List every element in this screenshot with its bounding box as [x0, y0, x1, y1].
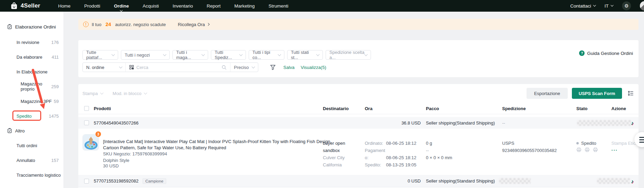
gear-icon[interactable]: ⚙	[622, 1, 631, 10]
more-actions[interactable]: ...	[611, 146, 618, 152]
search-group: N. ordine	[82, 62, 258, 72]
sidebar-item-in-revisione[interactable]: In revisione 176	[0, 39, 64, 46]
filter-shipping[interactable]: Tutti Spediz...	[211, 50, 246, 60]
language-menu[interactable]: IT	[605, 3, 613, 9]
sidebar-item-magazzino-3pf[interactable]: Magazzino 3PF 59	[0, 98, 64, 105]
chevron-down-icon	[163, 52, 167, 56]
sidebar-item-magazzino-proprio[interactable]: Magazzino proprio 259	[0, 83, 64, 90]
sidebar-item-tracciamento-logistico[interactable]: Tracciamento logistico	[0, 172, 64, 178]
nav-prodotti[interactable]: Prodotti	[84, 1, 100, 11]
tracking-placeholder: --	[502, 117, 505, 129]
print-dropdown[interactable]: Stampa	[82, 91, 103, 96]
product-variant: Dolphin Style	[103, 158, 129, 163]
sidebar-item-label: Da elaborare	[16, 55, 42, 60]
header-azione: Azione	[611, 103, 626, 114]
printer-icon[interactable]	[576, 147, 581, 152]
reconnect-link[interactable]: Ricollega Ora	[178, 22, 209, 27]
sidebar-item-in-elaborazione[interactable]: In Elaborazione	[0, 68, 64, 75]
4seller-bag-icon	[10, 2, 18, 10]
recipient-name: buyer open sandbox	[323, 140, 359, 154]
advanced-filter-icon[interactable]	[270, 64, 276, 70]
ordered-time: Ordinato: 08-06-25 18:12	[365, 140, 427, 147]
filter-label: Tutti stati st...	[291, 50, 317, 60]
filter-types[interactable]: Tutti i tipi co...	[249, 50, 284, 60]
scan-grid-icon[interactable]	[129, 65, 134, 70]
sidebar-item-count: 1475	[49, 114, 59, 119]
contact-menu[interactable]: Contattaci	[570, 3, 596, 9]
select-all-checkbox[interactable]	[84, 106, 89, 111]
sidebar-item-label: Magazzino proprio	[21, 81, 51, 92]
view-saved-button[interactable]: Visualizza(5)	[301, 65, 326, 70]
save-filter-button[interactable]: Salva	[283, 65, 295, 70]
chevron-down-icon	[252, 65, 255, 68]
avatar[interactable]	[640, 1, 644, 11]
filter-platforms[interactable]: Tutte piattaf...	[82, 50, 118, 60]
printer-icon[interactable]	[593, 147, 598, 152]
chevron-down-icon	[593, 4, 596, 7]
sidebar-item-label: Spedito	[16, 114, 32, 119]
bulk-edit-dropdown[interactable]: Mod. in blocco	[113, 91, 147, 96]
order-number: 577071553198592082	[94, 178, 138, 184]
table-toolbar: Stampa Mod. in blocco Esportazione USPS …	[82, 87, 634, 99]
sidebar: Elaborazione Ordini In revisione 176 Da …	[0, 12, 64, 188]
filter-warehouses[interactable]: Tutti i maga...	[172, 50, 208, 60]
sidebar-item-tutti-ordini[interactable]: Tutti ordini	[0, 142, 64, 149]
sidebar-item-spedito[interactable]: Spedito 1475	[0, 113, 64, 119]
search-match-mode[interactable]: Preciso	[230, 63, 258, 72]
chevron-down-icon	[120, 9, 123, 11]
order-number-wrap: 577071553198592082 Campione	[94, 175, 166, 187]
sidebar-section-altro[interactable]: Altro	[0, 127, 64, 134]
status-dot	[576, 142, 579, 144]
package-block: 0 g -- 0 × 0 × 0 mm	[426, 140, 452, 161]
sidebar-section-elaborazione-ordini[interactable]: Elaborazione Ordini	[0, 23, 64, 30]
printer-icon[interactable]	[585, 147, 590, 152]
main-content: ! Il tuo 24 autorizz. negozio scadute Ri…	[64, 12, 644, 188]
help-link[interactable]: ? Guida Gestione Ordini	[579, 50, 633, 56]
filter-states[interactable]: Tutti stati st...	[287, 50, 323, 60]
sidebar-item-da-elaborare[interactable]: Da elaborare 411	[0, 54, 64, 60]
contact-label: Contattaci	[570, 3, 591, 9]
usps-scan-form-button[interactable]: USPS Scan Form	[572, 88, 622, 99]
search-input[interactable]	[136, 65, 219, 70]
row-checkbox[interactable]	[84, 179, 89, 184]
carrier-name: USPS	[502, 140, 557, 147]
sidebar-item-count: 259	[51, 84, 59, 89]
help-label: Guida Gestione Ordini	[587, 51, 633, 56]
search-icon[interactable]	[222, 65, 227, 70]
chevron-down-icon	[144, 91, 147, 94]
chevron-down-icon	[202, 52, 205, 56]
times-block: Ordinato: 08-06-25 18:12 Pagamento: 08-0…	[365, 140, 427, 168]
navbar-right: Contattaci IT ⚙	[570, 1, 644, 11]
filter-label: Spedizione scelta a...	[329, 50, 365, 60]
product-sku: SKU Negozio: 17597608399994	[103, 151, 167, 156]
filter-row: Tutte piattaf... Tutti i negozi Tutti i …	[82, 50, 371, 60]
filter-label: Tutti i maga...	[176, 50, 202, 60]
nav-report[interactable]: Report	[207, 1, 221, 11]
chevron-down-icon	[316, 52, 320, 56]
export-button[interactable]: Esportazione	[527, 88, 568, 99]
recipient-state: California	[323, 161, 359, 168]
sidebar-item-annullato[interactable]: Annullato 157	[0, 157, 64, 164]
nav-home[interactable]: Home	[58, 1, 70, 11]
nav-ordine[interactable]: Ordine	[114, 1, 129, 11]
paid-time: Pagamento: 08-06-25 18:12	[365, 147, 427, 161]
row-checkbox[interactable]	[84, 120, 89, 125]
sidebar-item-label: Annullato	[16, 158, 35, 163]
brand-logo[interactable]: 4Seller	[10, 2, 40, 10]
filter-label: Tutte piattaf...	[86, 50, 112, 60]
filter-stores[interactable]: Tutti i negozi	[121, 50, 170, 60]
search-input-wrap	[126, 63, 230, 72]
nav-acquisti[interactable]: Acquisti	[143, 1, 159, 11]
shipping-method: Seller shipping(Standard Shipping)	[426, 175, 495, 187]
time-label: Spedito:	[365, 161, 385, 168]
search-field-selector[interactable]: N. ordine	[83, 63, 126, 72]
product-image	[82, 134, 99, 151]
banner-count: 24	[104, 22, 112, 27]
nav-inventario[interactable]: Inventario	[173, 1, 193, 11]
section-title: Elaborazione Ordini	[15, 24, 56, 30]
nav-marketing[interactable]: Marketing	[234, 1, 255, 11]
print-label: Stampa	[82, 91, 98, 96]
filter-shipping-choice[interactable]: Spedizione scelta a...	[326, 50, 371, 60]
column-settings-icon[interactable]	[628, 90, 634, 96]
nav-strumenti[interactable]: Strumenti	[269, 1, 289, 11]
